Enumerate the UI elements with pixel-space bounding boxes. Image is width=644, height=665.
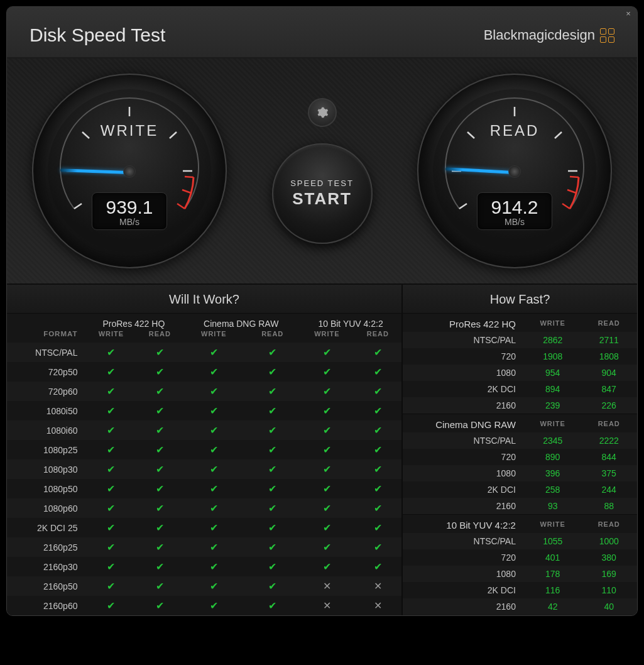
cross-icon: ✕ [300,596,354,615]
sub-header: WRITE [525,414,581,433]
check-icon: ✔ [300,537,354,557]
write-fps-value: 954 [525,365,581,381]
check-icon: ✔ [137,401,182,420]
check-icon: ✔ [137,362,182,382]
read-fps-value: 110 [581,582,637,598]
gauge-area: WRITE 939.1 MB/s SPEED TEST START [7,58,637,285]
check-icon: ✔ [245,401,300,420]
write-fps-value: 1055 [525,533,581,549]
check-icon: ✔ [137,420,182,440]
start-button[interactable]: SPEED TEST START [272,143,373,244]
check-icon: ✔ [85,401,137,420]
codec-header: ProRes 422 HQ [85,314,182,330]
format-header: FORMAT [7,330,85,343]
format-label: 2K DCI [403,481,525,498]
sub-header: WRITE [182,330,245,343]
svg-line-9 [459,204,467,209]
check-icon: ✔ [85,557,137,576]
table-row: NTSC/PAL✔✔✔✔✔✔ [7,343,401,362]
cross-icon: ✕ [354,576,401,596]
write-gauge: WRITE 939.1 MB/s [32,74,227,268]
format-label: 2160 [403,397,525,414]
table-row: 1080954904 [403,365,637,381]
format-label: 2160 [403,598,525,615]
settings-button[interactable] [308,98,337,127]
check-icon: ✔ [137,518,182,537]
svg-line-0 [74,204,82,209]
write-fps-value: 2345 [525,432,581,449]
format-label: 1080 [403,566,525,582]
check-icon: ✔ [85,576,137,596]
table-row: 72019081808 [403,348,637,365]
check-icon: ✔ [85,343,137,362]
table-row: 2K DCI894847 [403,381,637,397]
table-row: NTSC/PAL23452222 [403,432,637,449]
read-fps-value: 226 [581,397,637,414]
sub-header: READ [137,330,182,343]
svg-line-6 [177,204,185,209]
svg-line-17 [570,177,579,177]
check-icon: ✔ [354,401,401,420]
sub-header: READ [581,314,637,332]
cross-icon: ✕ [300,576,354,596]
table-row: 2160p60✔✔✔✔✕✕ [7,596,401,615]
read-fps-value: 169 [581,566,637,582]
check-icon: ✔ [245,382,300,401]
format-label: 2160p60 [7,596,85,615]
format-label: 2160p25 [7,537,85,557]
format-label: 2K DCI [403,582,525,598]
check-icon: ✔ [245,557,300,576]
write-fps-value: 2862 [525,332,581,348]
check-icon: ✔ [300,557,354,576]
gear-icon [316,106,329,119]
table-row: 2160239226 [403,397,637,414]
format-label: 2K DCI [403,381,525,397]
read-gauge-value: 914.2 [490,197,539,218]
cross-icon: ✕ [354,596,401,615]
format-label: 2160p50 [7,576,85,596]
format-label: 2160p30 [7,557,85,576]
check-icon: ✔ [137,382,182,401]
check-icon: ✔ [300,518,354,537]
check-icon: ✔ [182,557,245,576]
check-icon: ✔ [85,420,137,440]
close-button[interactable]: × [623,9,633,19]
read-fps-value: 380 [581,549,637,566]
table-row: 1080p25✔✔✔✔✔✔ [7,440,401,459]
read-gauge-label: READ [433,122,596,140]
check-icon: ✔ [137,498,182,518]
read-fps-value: 375 [581,465,637,481]
brand-logo: Blackmagicdesign [484,27,614,43]
table-row: 1080i50✔✔✔✔✔✔ [7,401,401,420]
app-title: Disk Speed Test [30,25,165,46]
check-icon: ✔ [245,362,300,382]
will-it-work-panel: Will It Work? ProRes 422 HQ Cinema DNG R… [7,285,403,615]
format-label: 1080p30 [7,459,85,479]
codec-name: ProRes 422 HQ [403,314,525,332]
tables-area: Will It Work? ProRes 422 HQ Cinema DNG R… [7,285,637,615]
sub-header: WRITE [300,330,354,343]
sub-header: WRITE [85,330,137,343]
write-fps-value: 239 [525,397,581,414]
svg-line-8 [185,177,194,177]
codec-section-header: ProRes 422 HQWRITEREAD [403,314,637,332]
check-icon: ✔ [182,343,245,362]
check-icon: ✔ [182,382,245,401]
check-icon: ✔ [354,362,401,382]
check-icon: ✔ [354,382,401,401]
check-icon: ✔ [300,479,354,498]
check-icon: ✔ [137,479,182,498]
check-icon: ✔ [354,459,401,479]
how-fast-table: ProRes 422 HQWRITEREADNTSC/PAL2862271172… [403,314,637,615]
read-fps-value: 847 [581,381,637,397]
check-icon: ✔ [85,362,137,382]
check-icon: ✔ [354,537,401,557]
write-gauge-value: 939.1 [105,197,154,218]
read-fps-value: 2222 [581,432,637,449]
table-row: 2160p50✔✔✔✔✕✕ [7,576,401,596]
table-row: 1080p30✔✔✔✔✔✔ [7,459,401,479]
check-icon: ✔ [137,557,182,576]
format-label: 720p50 [7,362,85,382]
check-icon: ✔ [300,382,354,401]
check-icon: ✔ [354,479,401,498]
